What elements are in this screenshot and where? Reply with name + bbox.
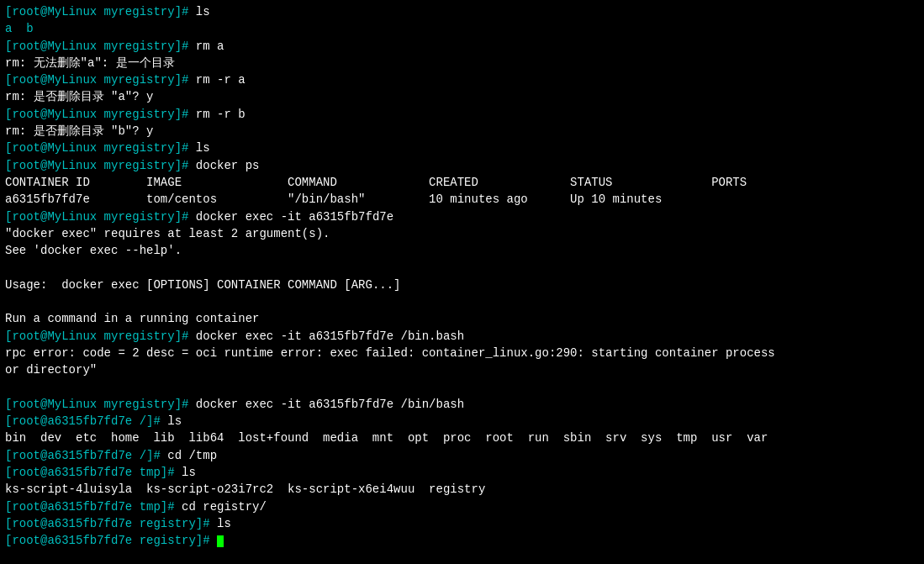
terminal-line: CONTAINER ID IMAGE COMMAND CREATED STATU…: [5, 174, 919, 191]
terminal-line: rm: 是否删除目录 "a"? y: [5, 88, 919, 105]
terminal-line: a b: [5, 20, 919, 37]
terminal-line: [root@a6315fb7fd7e tmp]# cd registry/: [5, 498, 919, 515]
terminal-line: See 'docker exec --help'.: [5, 242, 919, 259]
terminal-line: [root@a6315fb7fd7e /]# cd /tmp: [5, 447, 919, 464]
terminal-line: ks-script-4luisyla ks-script-o23i7rc2 ks…: [5, 481, 919, 498]
terminal-line: [root@MyLinux myregistry]# ls: [5, 140, 919, 156]
terminal-line: [root@a6315fb7fd7e tmp]# ls: [5, 464, 919, 481]
terminal-line: rpc error: code = 2 desc = oci runtime e…: [5, 345, 919, 361]
terminal-line: a6315fb7fd7e tom/centos "/bin/bash" 10 m…: [5, 191, 919, 208]
terminal-line: [root@MyLinux myregistry]# ls: [5, 3, 919, 20]
terminal: [root@MyLinux myregistry]# lsa b[root@My…: [0, 0, 924, 564]
terminal-line: [5, 379, 919, 396]
terminal-line: [root@MyLinux myregistry]# docker exec -…: [5, 208, 919, 225]
terminal-line: [root@a6315fb7fd7e /]# ls: [5, 413, 919, 430]
terminal-line: [root@MyLinux myregistry]# rm -r a: [5, 71, 919, 88]
terminal-line: [root@MyLinux myregistry]# docker ps: [5, 157, 919, 174]
terminal-cursor: [217, 535, 224, 547]
terminal-line: or directory": [5, 361, 919, 378]
terminal-line: [root@MyLinux myregistry]# docker exec -…: [5, 328, 919, 345]
terminal-line: [root@MyLinux myregistry]# rm a: [5, 38, 919, 55]
terminal-line: [root@MyLinux myregistry]# rm -r b: [5, 106, 919, 123]
terminal-line: rm: 无法删除"a": 是一个目录: [5, 55, 919, 71]
terminal-line: bin dev etc home lib lib64 lost+found me…: [5, 430, 919, 446]
terminal-line: [root@MyLinux myregistry]# docker exec -…: [5, 396, 919, 413]
terminal-line: [5, 259, 919, 276]
terminal-line: [root@a6315fb7fd7e registry]# ls: [5, 515, 919, 532]
terminal-line: rm: 是否删除目录 "b"? y: [5, 123, 919, 140]
terminal-line: Run a command in a running container: [5, 310, 919, 327]
terminal-line: [5, 293, 919, 310]
terminal-line: "docker exec" requires at least 2 argume…: [5, 225, 919, 242]
terminal-line: Usage: docker exec [OPTIONS] CONTAINER C…: [5, 277, 919, 293]
terminal-line: [root@a6315fb7fd7e registry]#: [5, 532, 919, 549]
